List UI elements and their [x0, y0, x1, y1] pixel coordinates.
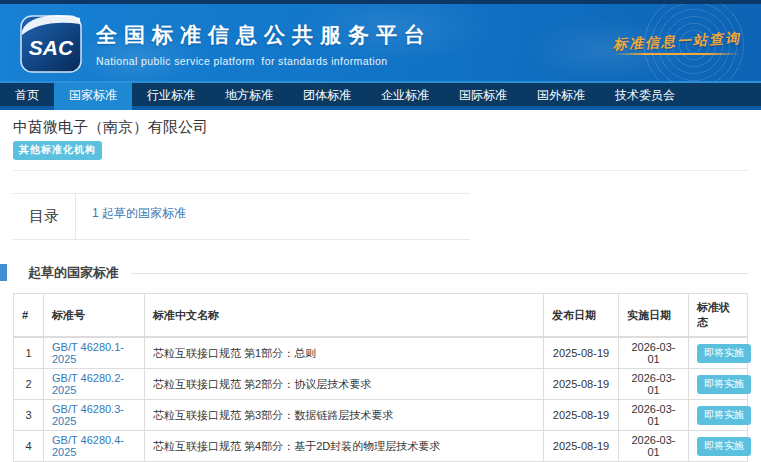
standard-code-link[interactable]: GB/T 46280.4-2025: [52, 434, 124, 458]
row-index: 3: [14, 400, 44, 431]
column-header-code: 标准号: [44, 294, 145, 338]
implement-date: 2026-03-01: [619, 400, 689, 431]
nav-item-international-standards[interactable]: 国际标准: [444, 83, 522, 110]
catalog-box: 目录 1 起草的国家标准: [13, 193, 470, 240]
organization-name: 中茵微电子（南京）有限公司: [13, 118, 748, 136]
brand: SAC 全国标准信息公共服务平台 National public service…: [20, 15, 432, 73]
site-titles: 全国标准信息公共服务平台 National public service pla…: [96, 21, 432, 67]
table-row: 4 GB/T 46280.4-2025 芯粒互联接口规范 第4部分：基于2D封装…: [14, 431, 748, 462]
standard-name: 芯粒互联接口规范 第3部分：数据链路层技术要求: [145, 400, 544, 431]
standard-name: 芯粒互联接口规范 第4部分：基于2D封装的物理层技术要求: [145, 431, 544, 462]
implement-date: 2026-03-01: [619, 431, 689, 462]
row-index: 4: [14, 431, 44, 462]
row-index: 2: [14, 369, 44, 400]
section-rule: [131, 273, 748, 274]
standard-code-link[interactable]: GB/T 46280.3-2025: [52, 403, 124, 427]
nav-item-industry-standards[interactable]: 行业标准: [132, 83, 210, 110]
sac-logo-icon[interactable]: SAC: [20, 15, 82, 73]
standards-table: # 标准号 标准中文名称 发布日期 实施日期 标准状态 1 GB/T 46280…: [13, 293, 748, 462]
table-row: 3 GB/T 46280.3-2025 芯粒互联接口规范 第3部分：数据链路层技…: [14, 400, 748, 431]
column-header-status: 标准状态: [689, 294, 748, 338]
standard-name: 芯粒互联接口规范 第1部分：总则: [145, 337, 544, 369]
page-content: 中茵微电子（南京）有限公司 其他标准化机构 目录 1 起草的国家标准 起草的国家…: [0, 110, 761, 462]
nav-item-foreign-standards[interactable]: 国外标准: [522, 83, 600, 110]
status-badge: 即将实施: [697, 375, 751, 394]
publish-date: 2025-08-19: [544, 369, 619, 400]
section-title: 起草的国家标准: [28, 264, 119, 282]
organization-section: 中茵微电子（南京）有限公司 其他标准化机构: [13, 110, 748, 171]
nav-item-national-standards[interactable]: 国家标准: [54, 83, 132, 110]
standard-name: 芯粒互联接口规范 第2部分：协议层技术要求: [145, 369, 544, 400]
main-nav: 首页 国家标准 行业标准 地方标准 团体标准 企业标准 国际标准 国外标准 技术…: [0, 83, 761, 110]
section-marker: [0, 264, 7, 281]
catalog-link-drafted-standards[interactable]: 1 起草的国家标准: [92, 206, 186, 220]
site-header: SAC 全国标准信息公共服务平台 National public service…: [0, 0, 761, 83]
status-badge: 即将实施: [697, 406, 751, 425]
organization-type-badge: 其他标准化机构: [13, 141, 102, 160]
nav-item-home[interactable]: 首页: [0, 83, 54, 110]
standard-code-link[interactable]: GB/T 46280.1-2025: [52, 341, 124, 365]
column-header-impl-date: 实施日期: [619, 294, 689, 338]
section-divider: [13, 170, 748, 171]
catalog-label: 目录: [13, 194, 75, 239]
site-subtitle: National public service platform for sta…: [96, 55, 432, 67]
catalog-body: 1 起草的国家标准: [75, 194, 470, 239]
table-header-row: # 标准号 标准中文名称 发布日期 实施日期 标准状态: [14, 294, 748, 338]
implement-date: 2026-03-01: [619, 369, 689, 400]
column-header-name: 标准中文名称: [145, 294, 544, 338]
nav-item-technical-committee[interactable]: 技术委员会: [600, 83, 690, 110]
column-header-index: #: [14, 294, 44, 338]
status-badge: 即将实施: [697, 344, 751, 363]
nav-item-enterprise-standards[interactable]: 企业标准: [366, 83, 444, 110]
standard-code-link[interactable]: GB/T 46280.2-2025: [52, 372, 124, 396]
site-title: 全国标准信息公共服务平台: [96, 21, 432, 49]
nav-item-group-standards[interactable]: 团体标准: [288, 83, 366, 110]
section-heading: 起草的国家标准: [13, 264, 748, 282]
table-row: 2 GB/T 46280.2-2025 芯粒互联接口规范 第2部分：协议层技术要…: [14, 369, 748, 400]
slogan-text: 标准信息一站查询: [613, 30, 742, 55]
table-row: 1 GB/T 46280.1-2025 芯粒互联接口规范 第1部分：总则 202…: [14, 337, 748, 369]
row-index: 1: [14, 337, 44, 369]
implement-date: 2026-03-01: [619, 337, 689, 369]
status-badge: 即将实施: [697, 437, 751, 456]
publish-date: 2025-08-19: [544, 431, 619, 462]
column-header-pub-date: 发布日期: [544, 294, 619, 338]
nav-item-local-standards[interactable]: 地方标准: [210, 83, 288, 110]
sac-logo-text: SAC: [29, 36, 74, 59]
slogan: 标准信息一站查询: [613, 32, 741, 55]
publish-date: 2025-08-19: [544, 400, 619, 431]
publish-date: 2025-08-19: [544, 337, 619, 369]
